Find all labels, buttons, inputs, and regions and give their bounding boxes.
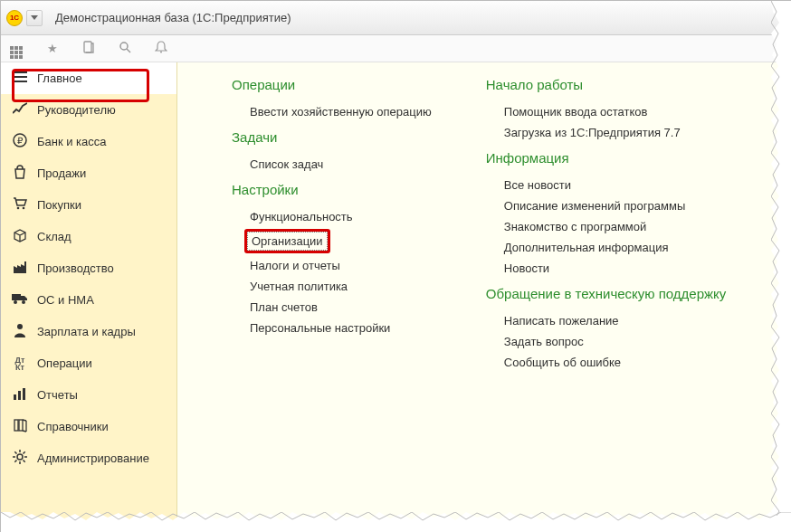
- svg-rect-11: [12, 294, 21, 300]
- content-column-2: Начало работы Помощник ввода остатковЗаг…: [486, 77, 727, 513]
- star-icon[interactable]: ★: [44, 42, 61, 55]
- section-tasks[interactable]: Задачи: [232, 129, 432, 145]
- bell-icon[interactable]: [153, 41, 169, 56]
- svg-point-13: [22, 300, 25, 304]
- bag-icon: [12, 165, 28, 182]
- sidebar-item-label: ОС и НМА: [37, 293, 94, 307]
- sidebar-item-gear[interactable]: Администрирование: [1, 442, 176, 474]
- sidebar-item-label: Покупки: [37, 198, 81, 212]
- content-link[interactable]: Учетная политика: [232, 276, 432, 297]
- window-title: Демонстрационная база (1С:Предприятие): [55, 11, 291, 24]
- svg-rect-19: [19, 420, 23, 431]
- svg-line-2: [127, 49, 130, 52]
- truck-icon: [12, 292, 28, 308]
- titlebar: 1C Демонстрационная база (1С:Предприятие…: [1, 1, 790, 35]
- svg-rect-17: [23, 388, 25, 400]
- dtkt-icon: ДтКт: [12, 356, 28, 371]
- svg-point-10: [23, 207, 25, 210]
- svg-text:₽: ₽: [17, 136, 24, 146]
- link-organizations[interactable]: Организации: [247, 232, 328, 251]
- sidebar-item-cart[interactable]: Покупки: [1, 189, 176, 221]
- sidebar-item-label: Администрирование: [37, 451, 149, 465]
- search-icon[interactable]: [117, 41, 133, 56]
- history-icon[interactable]: [81, 41, 97, 56]
- sidebar-item-label: Справочники: [37, 420, 109, 433]
- gear-icon: [12, 450, 28, 467]
- sidebar-item-label: Зарплата и кадры: [37, 325, 136, 338]
- content-area: Операции Ввести хозяйственную операцию З…: [177, 62, 790, 531]
- bars-icon: [12, 387, 28, 403]
- svg-point-1: [120, 43, 128, 50]
- sidebar-item-box[interactable]: Склад: [1, 221, 176, 252]
- svg-rect-15: [14, 394, 16, 400]
- sidebar-item-label: Склад: [37, 230, 71, 243]
- content-link[interactable]: План счетов: [232, 297, 432, 318]
- content-link[interactable]: Список задач: [232, 154, 432, 175]
- toolbar: ★: [1, 35, 790, 62]
- apps-icon[interactable]: [8, 39, 24, 59]
- menu-icon: [12, 71, 28, 86]
- sidebar: ГлавноеРуководителю₽Банк и кассаПродажиП…: [1, 62, 177, 531]
- section-support[interactable]: Обращение в техническую поддержку: [486, 286, 727, 301]
- content-link[interactable]: Персональные настройки: [232, 318, 432, 338]
- svg-point-14: [17, 324, 23, 329]
- sidebar-item-bars[interactable]: Отчеты: [1, 379, 176, 411]
- sidebar-item-books[interactable]: Справочники: [1, 411, 176, 442]
- content-link[interactable]: Функциональность: [232, 206, 432, 227]
- sidebar-item-label: Производство: [37, 261, 114, 275]
- factory-icon: [12, 260, 28, 277]
- svg-rect-0: [84, 42, 91, 52]
- highlight-organizations: Организации: [244, 229, 330, 253]
- content-column-1: Операции Ввести хозяйственную операцию З…: [232, 77, 432, 513]
- section-operations[interactable]: Операции: [232, 77, 432, 92]
- sidebar-item-ruble[interactable]: ₽Банк и касса: [1, 126, 176, 157]
- sidebar-item-truck[interactable]: ОС и НМА: [1, 284, 176, 316]
- content-link[interactable]: Помощник ввода остатков: [486, 101, 727, 122]
- ruble-icon: ₽: [12, 133, 28, 150]
- sidebar-item-bag[interactable]: Продажи: [1, 157, 176, 189]
- content-link[interactable]: Описание изменений программы: [486, 195, 727, 216]
- person-icon: [12, 323, 28, 340]
- sidebar-item-label: Банк и касса: [37, 135, 107, 148]
- content-link[interactable]: Ввести хозяйственную операцию: [232, 101, 432, 122]
- svg-point-23: [17, 454, 23, 460]
- content-link[interactable]: Новости: [486, 258, 727, 279]
- sidebar-item-label: Главное: [37, 71, 82, 85]
- app-window: 1C Демонстрационная база (1С:Предприятие…: [0, 0, 791, 532]
- sidebar-item-menu[interactable]: Главное: [1, 62, 176, 94]
- content-link[interactable]: Загрузка из 1С:Предприятия 7.7: [486, 122, 727, 143]
- sidebar-item-factory[interactable]: Производство: [1, 252, 176, 284]
- sidebar-item-trend[interactable]: Руководителю: [1, 94, 176, 126]
- content-link[interactable]: Задать вопрос: [486, 331, 727, 352]
- content-link[interactable]: Налоги и отчеты: [232, 255, 432, 276]
- books-icon: [12, 418, 28, 435]
- content-link[interactable]: Дополнительная информация: [486, 237, 727, 258]
- cart-icon: [12, 196, 28, 214]
- section-start[interactable]: Начало работы: [486, 77, 727, 92]
- svg-point-3: [160, 52, 162, 53]
- logo-1c-icon: 1C: [6, 10, 23, 26]
- svg-point-12: [14, 300, 17, 304]
- box-icon: [12, 228, 28, 245]
- svg-point-9: [17, 207, 20, 210]
- sidebar-item-label: Отчеты: [37, 388, 78, 402]
- section-settings[interactable]: Настройки: [232, 182, 432, 197]
- svg-rect-18: [14, 420, 18, 431]
- sidebar-item-label: Операции: [37, 356, 92, 370]
- content-link[interactable]: Все новости: [486, 175, 727, 195]
- titlebar-dropdown-button[interactable]: [26, 10, 43, 26]
- sidebar-item-label: Продажи: [37, 166, 86, 180]
- content-link[interactable]: Написать пожелание: [486, 310, 727, 331]
- content-link[interactable]: Сообщить об ошибке: [486, 352, 727, 373]
- svg-rect-16: [18, 391, 21, 400]
- content-link[interactable]: Знакомство с программой: [486, 216, 727, 237]
- section-info[interactable]: Информация: [486, 150, 727, 166]
- sidebar-item-label: Руководителю: [37, 103, 116, 117]
- chevron-down-icon: [31, 15, 38, 21]
- sidebar-item-dtkt[interactable]: ДтКтОперации: [1, 347, 176, 379]
- sidebar-item-person[interactable]: Зарплата и кадры: [1, 316, 176, 347]
- trend-icon: [12, 102, 28, 118]
